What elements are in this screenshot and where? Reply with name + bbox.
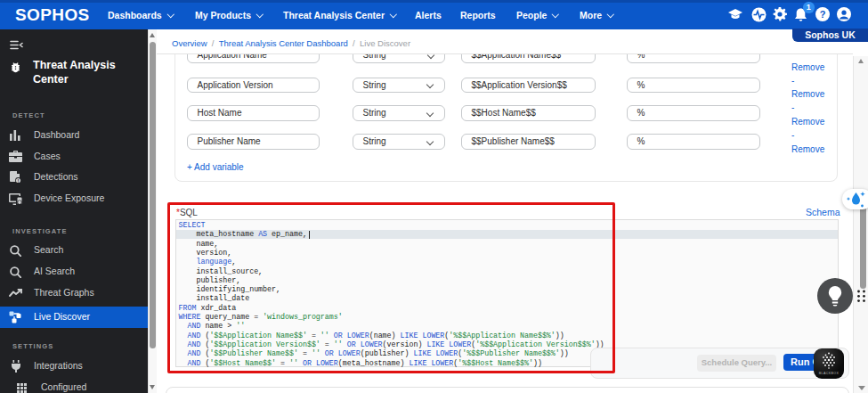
svg-text:?: ? bbox=[820, 9, 826, 20]
svg-text:BLACKBOX: BLACKBOX bbox=[819, 372, 840, 375]
